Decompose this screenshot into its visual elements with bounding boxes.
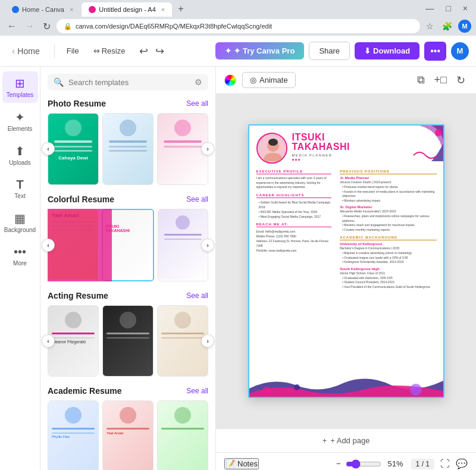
canvas-toolbar: ◎ Animate ⧉ +□ ↻ <box>216 67 476 94</box>
template-card-acr3[interactable] <box>157 400 208 470</box>
sidebar-item-background[interactable]: ▦ Background <box>2 206 38 238</box>
animate-icon: ◎ <box>250 76 256 84</box>
nav-reload[interactable]: ↻ <box>40 20 53 33</box>
template-card-ar1[interactable]: Eleanor Fitzgerald <box>48 305 99 377</box>
colorful-resume-header: Colorful Resume See all <box>48 195 208 204</box>
sidebar-item-elements[interactable]: ✦ Elements <box>2 105 38 137</box>
editor-body: ⊞ Templates ✦ Elements ⬆ Uploads T Text … <box>0 67 476 470</box>
colorful-resume-prev[interactable]: ‹ <box>42 239 55 252</box>
elements-label: Elements <box>8 126 33 132</box>
rotate-icon[interactable]: ↻ <box>454 71 468 89</box>
colorful-resume-grid: ‹ Yael Amari ITSUKI TAKAHA <box>48 209 208 281</box>
download-icon: ⬇ <box>364 46 371 55</box>
svg-rect-3 <box>268 139 278 146</box>
academic-resume-header: Academic Resume See all <box>48 386 208 396</box>
page-indicator[interactable]: 1 / 1 <box>411 459 434 469</box>
academic-resume-title: Academic Resume <box>48 386 122 396</box>
animate-button[interactable]: ◎ Animate <box>242 72 296 88</box>
browser-tab-design[interactable]: Untitled design - A4 × <box>82 2 172 17</box>
address-bar[interactable]: 🔒 canva.com/design/DAEq65RMRpQ/MEkqxR3t8… <box>57 19 420 33</box>
svg-point-0 <box>435 129 442 136</box>
template-card-acr2[interactable]: Yael Amari <box>102 400 154 470</box>
sidebar-item-templates[interactable]: ⊞ Templates <box>2 71 38 103</box>
more-label: More <box>13 260 27 267</box>
resize-menu[interactable]: ⇔ Resize <box>86 43 133 59</box>
notes-button[interactable]: 📝 Notes <box>224 458 259 469</box>
photo-resume-see-all[interactable]: See all <box>186 99 208 108</box>
window-maximize[interactable]: □ <box>442 2 454 14</box>
sidebar-item-text[interactable]: T Text <box>2 173 38 204</box>
share-button[interactable]: Share <box>309 42 350 60</box>
template-card-ar2[interactable] <box>102 305 154 377</box>
acting-resume-see-all[interactable]: See all <box>186 292 208 300</box>
nav-back[interactable]: ← <box>5 20 19 33</box>
fullscreen-button[interactable]: ⛶ <box>440 459 450 469</box>
photo-resume-section: Photo Resume See all ‹ Cahaya Dewi <box>48 99 208 185</box>
photo-resume-header: Photo Resume See all <box>48 99 208 108</box>
academic-resume-see-all[interactable]: See all <box>186 387 208 395</box>
nav-forward[interactable]: → <box>23 20 37 33</box>
photo-resume-next[interactable]: › <box>201 142 214 155</box>
filter-icon[interactable]: ⚙ <box>195 77 202 87</box>
sidebar-item-uploads[interactable]: ⬆ Uploads <box>2 139 38 171</box>
copy-icon[interactable]: ⧉ <box>415 71 427 89</box>
template-card-pr1[interactable]: Cahaya Dewi <box>48 113 99 185</box>
more-options-button[interactable]: ••• <box>424 42 446 61</box>
file-menu[interactable]: File <box>60 43 86 59</box>
add-page-button[interactable]: + + Add page <box>313 433 380 449</box>
resume-preview[interactable]: ITSUKITAKAHASHI MEDIA PLANNER <box>248 124 444 398</box>
resume-academic-section: ACADEMIC BACKGROUND University of Keller… <box>340 236 437 289</box>
photo-resume-prev[interactable]: ‹ <box>42 142 55 155</box>
colorful-resume-section: Colorful Resume See all ‹ Yael Amari <box>48 195 208 281</box>
redo-button[interactable]: ↪ <box>153 42 167 60</box>
template-card-acr1[interactable]: Phyllis Flex <box>48 400 99 470</box>
undo-button[interactable]: ↩ <box>137 42 151 60</box>
acting-resume-title: Acting Resume <box>48 291 108 300</box>
top-toolbar: ‹ Home File ⇔ Resize ↩ ↪ ✦ ✦ Try Canva P… <box>0 36 476 67</box>
templates-icon: ⊞ <box>15 76 25 90</box>
window-close[interactable]: × <box>459 2 471 14</box>
try-pro-button[interactable]: ✦ ✦ Try Canva Pro <box>215 42 304 59</box>
background-icon: ▦ <box>14 211 26 225</box>
colorful-resume-see-all[interactable]: See all <box>186 195 208 203</box>
text-label: Text <box>14 193 25 199</box>
colorful-resume-next[interactable]: › <box>201 239 214 252</box>
profile-avatar[interactable]: M <box>458 20 471 33</box>
left-sidebar: ⊞ Templates ✦ Elements ⬆ Uploads T Text … <box>0 67 40 470</box>
text-icon: T <box>16 178 23 192</box>
resume-executive-section: EXECUTIVE PROFILE I am a communications … <box>256 170 332 190</box>
template-card-cr2[interactable]: ITSUKI TAKAHASHI <box>102 209 154 281</box>
color-picker-button[interactable] <box>224 74 236 86</box>
svg-point-5 <box>294 384 300 390</box>
home-button[interactable]: ‹ Home <box>7 46 49 57</box>
canvas-area: ◎ Animate ⧉ +□ ↻ <box>216 67 476 470</box>
acting-resume-header: Acting Resume See all <box>48 291 208 300</box>
canvas-bottom: + + Add page <box>216 428 476 452</box>
acting-resume-prev[interactable]: ‹ <box>42 334 55 347</box>
resume-reach-section: REACH ME AT: Email: hello@reallypretty.c… <box>256 223 332 253</box>
canvas-scroll: ITSUKITAKAHASHI MEDIA PLANNER <box>216 94 476 428</box>
search-input[interactable] <box>68 78 190 87</box>
add-page-icon: + <box>322 436 327 445</box>
new-tab-button[interactable]: + <box>173 1 188 17</box>
add-to-design-icon[interactable]: +□ <box>432 71 449 89</box>
window-minimize[interactable]: — <box>422 2 437 14</box>
tab-close-design[interactable]: × <box>161 6 165 13</box>
zoom-slider[interactable] <box>346 459 381 469</box>
browser-tab-home[interactable]: Home - Canva × <box>5 2 80 17</box>
download-button[interactable]: ⬇ Download <box>355 42 419 59</box>
uploads-label: Uploads <box>9 159 31 166</box>
photo-resume-title: Photo Resume <box>48 99 106 108</box>
user-avatar[interactable]: M <box>451 42 469 60</box>
zoom-minus[interactable]: − <box>336 459 341 468</box>
acting-resume-next[interactable]: › <box>201 334 214 347</box>
template-card-pr2[interactable] <box>102 113 154 185</box>
uploads-icon: ⬆ <box>15 144 25 158</box>
templates-panel: 🔍 ⚙ Photo Resume See all ‹ <box>40 67 216 470</box>
sidebar-item-more[interactable]: ••• More <box>2 240 38 271</box>
tab-close-home[interactable]: × <box>70 6 73 13</box>
browser-action-star[interactable]: ☆ <box>424 20 436 32</box>
browser-action-ext[interactable]: 🧩 <box>440 20 455 32</box>
comment-button[interactable]: 💬 <box>456 458 468 469</box>
notes-icon: 📝 <box>226 459 235 468</box>
